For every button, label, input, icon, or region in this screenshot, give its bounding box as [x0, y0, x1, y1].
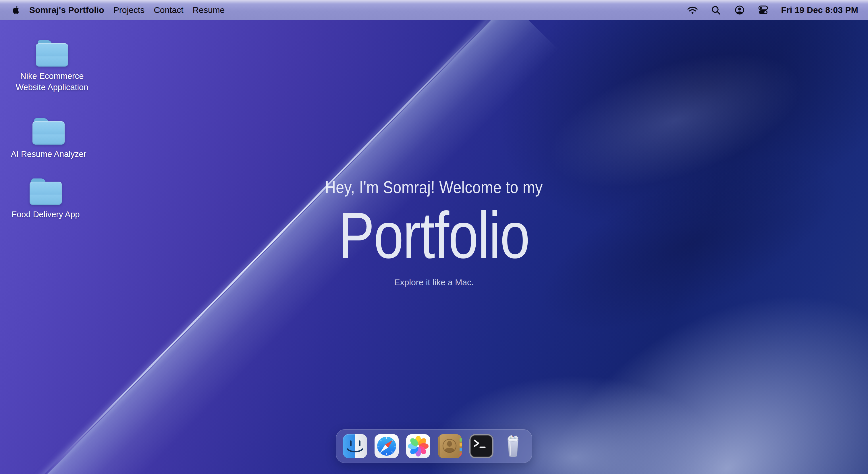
menu-item-projects[interactable]: Projects [114, 5, 145, 15]
wifi-icon[interactable] [687, 5, 698, 15]
menu-bar: Somraj's Portfolio Projects Contact Resu… [0, 0, 868, 20]
search-icon[interactable] [710, 5, 722, 15]
dock [336, 429, 532, 463]
desktop-folder-ai-resume-analyzer[interactable]: AI Resume Analyzer [7, 118, 90, 160]
dock-safari-icon[interactable] [375, 434, 399, 458]
apple-icon [11, 5, 20, 15]
wallpaper-dark-wave-2 [412, 47, 868, 441]
trash-full-basket [501, 434, 525, 458]
safari-compass [375, 434, 399, 458]
menubar-clock[interactable]: Fri 19 Dec 8:03 PM [781, 5, 858, 15]
dock-contacts-icon[interactable] [438, 434, 462, 458]
folder-icon [32, 118, 65, 145]
menu-item-resume[interactable]: Resume [193, 5, 225, 15]
user-icon[interactable] [734, 5, 745, 15]
folder-label: Food Delivery App [12, 209, 80, 220]
app-title-menu[interactable]: Somraj's Portfolio [29, 5, 104, 15]
hero-greeting: Hey, I'm Somraj! Welcome to my [325, 176, 543, 198]
folder-icon [30, 178, 62, 205]
menu-item-contact[interactable]: Contact [154, 5, 183, 15]
finder-face [343, 434, 367, 458]
portfolio-desktop: { "menu_bar": { "app_title": "Somraj's P… [0, 0, 868, 474]
dock-photos-icon[interactable] [406, 434, 430, 458]
desktop-folder-food-delivery-app[interactable]: Food Delivery App [4, 178, 87, 220]
photos-pinwheel [406, 434, 430, 458]
dock-terminal-icon[interactable] [469, 434, 493, 458]
desktop-folder-nike-ecommerce[interactable]: Nike Ecommerce Website Application [10, 40, 94, 93]
folder-icon [36, 40, 68, 67]
desktop-wallpaper [0, 0, 868, 474]
folder-label: Nike Ecommerce Website Application [10, 71, 94, 93]
contacts-book [438, 434, 462, 458]
hero-title: Portfolio [339, 202, 529, 269]
apple-menu[interactable] [11, 5, 20, 15]
wallpaper-dark-wave [327, 0, 868, 383]
folder-label: AI Resume Analyzer [11, 148, 87, 160]
terminal-prompt [469, 434, 493, 458]
wallpaper-upper-glow [457, 0, 868, 265]
dock-trash-icon[interactable] [501, 434, 525, 458]
control-center-icon[interactable] [757, 5, 769, 15]
wallpaper-light-corner [293, 63, 868, 474]
dock-finder-icon[interactable] [343, 434, 367, 458]
hero-subtitle: Explore it like a Mac. [0, 277, 868, 287]
hero-section: Hey, I'm Somraj! Welcome to my Portfolio… [0, 176, 868, 287]
